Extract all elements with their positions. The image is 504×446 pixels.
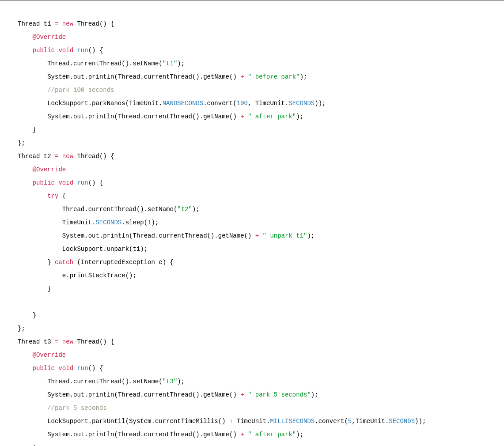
p-rparen: ) xyxy=(196,431,199,438)
code-line xyxy=(18,299,21,306)
code-line: Thread t2 = new Thread() { xyxy=(18,153,114,160)
p-dot: . xyxy=(140,431,144,438)
method-println: println xyxy=(88,73,114,80)
type-timeunit: TimeUnit xyxy=(255,100,285,107)
p-rparen: ) xyxy=(233,73,236,80)
p-lparen: ( xyxy=(207,232,211,239)
p-dot: . xyxy=(121,219,125,226)
p-dot: . xyxy=(70,73,73,80)
op-assign: = xyxy=(55,20,58,27)
code-line: } xyxy=(18,444,36,446)
p-rparen: ) xyxy=(92,47,95,54)
type-system: System xyxy=(62,232,84,239)
method-setName: setName xyxy=(133,378,159,385)
op-plus: + xyxy=(240,113,244,120)
type-timeunit: TimeUnit xyxy=(62,219,92,226)
p-semi: ; xyxy=(181,378,185,385)
p-dot: . xyxy=(140,73,144,80)
p-dot: . xyxy=(214,232,218,239)
p-lbrace: { xyxy=(62,193,66,200)
method-parkNanos: parkNanos xyxy=(92,100,125,107)
p-rparen: ) xyxy=(307,232,311,239)
p-rparen: ) xyxy=(248,232,251,239)
code-line: @Override xyxy=(18,34,66,41)
p-dot: . xyxy=(203,100,207,107)
method-currentThread: currentThread xyxy=(144,391,192,398)
p-rparen: ) xyxy=(163,259,166,266)
p-rparen: ) xyxy=(196,73,199,80)
p-dot: . xyxy=(140,391,144,398)
method-getName: getName xyxy=(203,113,229,120)
p-lparen: ( xyxy=(125,418,129,425)
p-lparen: ( xyxy=(144,219,148,226)
method-parkUntil: parkUntil xyxy=(92,418,125,425)
kw-new: new xyxy=(62,20,73,27)
p-lparen: ( xyxy=(344,418,348,425)
code-line: e.printStackTrace(); xyxy=(18,272,136,279)
const-nanoseconds: NANOSECONDS xyxy=(163,100,203,107)
num-5: 5 xyxy=(348,418,352,425)
type-thread: Thread xyxy=(133,232,155,239)
ident-out: out xyxy=(73,391,84,398)
p-dot: . xyxy=(103,246,106,253)
p-rparen: ) xyxy=(296,113,299,120)
p-lparen: ( xyxy=(125,100,129,107)
code-line: Thread.currentThread().setName("t2"); xyxy=(18,206,200,213)
p-lparen: ( xyxy=(77,259,80,266)
str-t2: "t2" xyxy=(177,206,192,213)
p-semi: ; xyxy=(422,418,426,425)
code-line: //park 5 seconds xyxy=(18,404,107,412)
p-semi: ; xyxy=(300,431,303,438)
method-run: run xyxy=(77,365,88,372)
ident-e: e xyxy=(62,272,66,279)
method-currentThread: currentThread xyxy=(144,431,192,438)
p-lparen: ( xyxy=(159,378,162,385)
annotation-override: @Override xyxy=(33,166,66,173)
code-line: Thread.currentThread().setName("t3"); xyxy=(18,378,185,385)
op-plus: + xyxy=(229,418,233,425)
p-semi: ; xyxy=(155,219,159,226)
p-rparen: ) xyxy=(318,100,322,107)
method-convert: convert xyxy=(318,418,345,425)
p-lbrace: { xyxy=(110,20,114,27)
p-lparen: ( xyxy=(114,113,117,120)
str-t1: "t1" xyxy=(163,60,178,67)
kw-void: void xyxy=(58,365,73,372)
type-locksupport: LockSupport xyxy=(47,418,88,425)
p-rparen: ) xyxy=(296,431,299,438)
method-currentThread: currentThread xyxy=(88,206,136,213)
const-seconds: SECONDS xyxy=(288,100,315,107)
op-assign: = xyxy=(55,153,58,160)
code-line: }; xyxy=(18,140,25,147)
str-before-park: " before park" xyxy=(248,73,300,80)
method-currentThread: currentThread xyxy=(144,73,192,80)
p-rbrace: } xyxy=(33,312,36,319)
type-timeunit: TimeUnit xyxy=(356,418,385,425)
op-plus: + xyxy=(240,431,244,438)
type-timeunit: TimeUnit xyxy=(129,100,159,107)
kw-catch: catch xyxy=(55,259,73,266)
ident-t1: t1 xyxy=(133,246,140,253)
p-rparen: ) xyxy=(92,365,95,372)
comment-park100: //park 100 seconds xyxy=(47,87,114,94)
p-rparen: ) xyxy=(125,60,129,67)
p-dot: . xyxy=(88,100,92,107)
p-lparen: ( xyxy=(233,100,236,107)
p-dot: . xyxy=(70,391,73,398)
p-dot: . xyxy=(88,418,92,425)
p-dot: . xyxy=(84,73,88,80)
p-rparen: ) xyxy=(103,338,106,345)
kw-void: void xyxy=(58,47,73,54)
method-currentThread: currentThread xyxy=(73,60,121,67)
p-dot: . xyxy=(144,206,148,213)
method-convert: convert xyxy=(207,100,233,107)
const-seconds: SECONDS xyxy=(389,418,415,425)
str-after-park: " after park" xyxy=(248,113,296,120)
type-system: System xyxy=(47,73,69,80)
type-locksupport: LockSupport xyxy=(62,246,103,253)
p-rparen: ) xyxy=(125,378,129,385)
annotation-override: @Override xyxy=(33,34,66,41)
p-dot: . xyxy=(70,378,73,385)
p-lparen: ( xyxy=(121,60,125,67)
p-semi: ; xyxy=(181,60,185,67)
